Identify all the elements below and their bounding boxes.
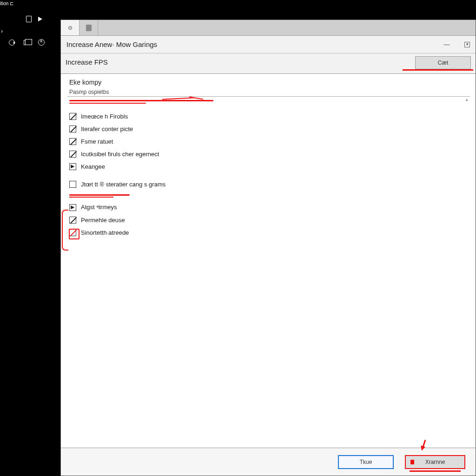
check-item: Icutksibel firuls cher egernect <box>69 149 467 159</box>
refresh-icon[interactable] <box>8 39 15 46</box>
document-icon <box>86 25 92 31</box>
section-title: Increase FPS <box>66 56 108 66</box>
check-item: Sinortetth·atreede <box>69 227 467 238</box>
check-item: Fsme ratuet <box>69 136 467 146</box>
check-label: Permehle deuse <box>81 217 125 224</box>
content-panel: Eke kompy ▴ Pasmp ospietbs Imeœce h Firo… <box>61 74 476 448</box>
desktop-dark-area: ition ⊏ › <box>0 0 60 476</box>
check-label: Imeœce h Firobls <box>81 113 128 120</box>
checkbox[interactable] <box>69 113 76 120</box>
chevron-right-icon: › <box>1 28 3 34</box>
layers-icon[interactable] <box>23 39 30 46</box>
checkbox[interactable] <box>69 204 76 211</box>
check-label: Fsme ratuet <box>81 138 113 145</box>
check-item: Imeœce h Firobls <box>69 111 467 121</box>
title-bar: Increase Anew· Mow Garings — ▾ <box>61 36 476 53</box>
cast-button-label: Cæt <box>438 60 449 66</box>
close-circle-icon[interactable] <box>38 39 45 46</box>
checkbox[interactable] <box>69 138 76 145</box>
check-label: Jtœt tt ® steratier cang s grams <box>81 181 165 188</box>
play-icon[interactable] <box>37 16 43 22</box>
footer-left-button[interactable]: Tkue <box>338 455 394 469</box>
minimize-button[interactable]: — <box>443 41 450 48</box>
annotation-dot <box>410 460 414 464</box>
group-title: Eke kompy <box>69 79 467 86</box>
tab-2[interactable] <box>79 20 98 35</box>
annotation-bracket <box>62 210 68 251</box>
check-item: Iterafer conter picte <box>69 124 467 134</box>
cast-button[interactable]: Cæt <box>415 56 471 69</box>
checkbox[interactable] <box>69 126 76 132</box>
target-icon <box>68 26 72 30</box>
check-label: Sinortetth·atreede <box>81 229 129 236</box>
tab-1[interactable] <box>61 20 79 35</box>
group-subtitle: Pasmp ospietbs <box>69 89 467 95</box>
check-item: Atgst গirmeys <box>69 202 467 212</box>
annotation-scribble-1 <box>69 97 467 106</box>
checkbox[interactable] <box>69 163 76 170</box>
check-label: Keangee <box>81 163 105 170</box>
tab-strip <box>61 20 476 36</box>
toolbar: Increase FPS Cæt <box>61 53 476 74</box>
page-icon[interactable] <box>26 16 32 22</box>
footer-left-label: Tkue <box>360 459 372 465</box>
corner-label: ition ⊏ <box>0 1 13 6</box>
checkbox[interactable] <box>69 151 76 158</box>
check-label: Iterafer conter picte <box>81 126 133 132</box>
checkbox[interactable] <box>69 181 76 188</box>
check-label: Icutksibel firuls cher egernect <box>81 151 159 158</box>
dialog-title: Increase Anew· Mow Garings <box>66 40 157 48</box>
check-item: Keangee <box>69 161 467 172</box>
checkbox[interactable] <box>69 229 76 236</box>
dialog-footer: Tkue Xrarnne <box>61 448 476 476</box>
checkbox[interactable] <box>69 217 76 224</box>
annotation-scribble-2 <box>69 192 467 198</box>
maximize-button[interactable]: ▾ <box>464 42 470 47</box>
settings-dialog: Increase Anew· Mow Garings — ▾ Increase … <box>60 20 476 476</box>
check-label: Atgst গirmeys <box>81 204 117 211</box>
check-item: Jtœt tt ® steratier cang s grams <box>69 179 467 189</box>
annotation-underline <box>403 69 473 71</box>
footer-right-button[interactable]: Xrarnne <box>405 455 465 469</box>
footer-right-label: Xrarnne <box>425 459 445 465</box>
checkbox-list: Imeœce h Firobls Iterafer conter picte F… <box>69 111 467 238</box>
check-item: Permehle deuse <box>69 215 467 225</box>
